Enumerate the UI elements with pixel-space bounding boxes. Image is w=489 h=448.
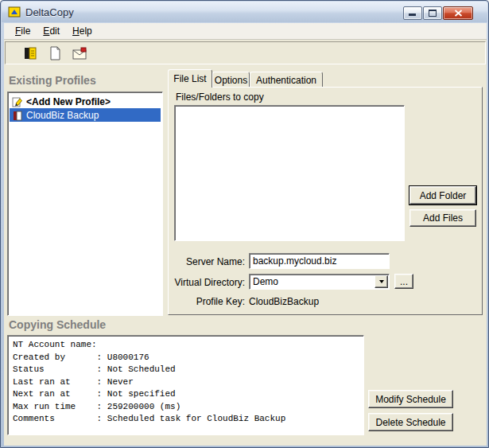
profile-key-value: CloudBizBackup: [249, 296, 319, 307]
email-icon: [72, 45, 87, 61]
profile-item-label: CloudBiz Backup: [26, 110, 99, 121]
delete-schedule-button[interactable]: Delete Schedule: [368, 413, 453, 431]
schedule-details-box: NT Account name: Created by : U8000176 S…: [7, 335, 364, 435]
window-title: DeltaCopy: [25, 6, 74, 18]
modify-schedule-button[interactable]: Modify Schedule: [368, 390, 453, 408]
new-page-toolbar-button[interactable]: [46, 45, 64, 62]
menu-bar: File Edit Help: [4, 23, 487, 40]
tab-options[interactable]: Options: [212, 72, 250, 88]
server-name-label: Server Name:: [173, 256, 245, 267]
app-window: DeltaCopy File Edit Help: [0, 0, 489, 448]
add-files-button[interactable]: Add Files: [409, 209, 476, 227]
edit-pencil-icon: [12, 96, 23, 107]
existing-profiles-header: Existing Profiles: [9, 74, 96, 87]
maximize-button[interactable]: [423, 6, 442, 20]
minimize-button[interactable]: [403, 6, 422, 20]
files-folders-label: Files/Folders to copy: [176, 92, 264, 103]
close-icon: [454, 10, 463, 17]
virtual-directory-value: Demo: [253, 276, 278, 287]
add-folder-button[interactable]: Add Folder: [409, 186, 476, 205]
new-page-icon: [47, 45, 63, 61]
profile-book-toolbar-button[interactable]: [21, 45, 39, 62]
virtual-directory-label: Virtual Directory:: [170, 277, 245, 288]
toolbar: [5, 41, 486, 64]
window-controls: [403, 6, 473, 20]
profiles-list[interactable]: <Add New Profile> CloudBiz Backup: [7, 92, 163, 316]
close-button[interactable]: [443, 6, 473, 20]
tab-authentication[interactable]: Authentication: [250, 72, 323, 88]
copying-schedule-header: Copying Schedule: [9, 318, 106, 331]
profile-key-label: Profile Key:: [173, 296, 245, 307]
schedule-details-text: NT Account name: Created by : U8000176 S…: [8, 336, 363, 429]
dropdown-arrow-icon: [379, 280, 384, 283]
minimize-icon: [409, 10, 417, 17]
menu-edit[interactable]: Edit: [37, 24, 66, 38]
app-icon: [8, 6, 21, 18]
profile-item-add-new[interactable]: <Add New Profile>: [10, 95, 161, 108]
profile-book-small-icon: [12, 110, 23, 121]
menu-file[interactable]: File: [9, 24, 37, 38]
profile-item-label: <Add New Profile>: [26, 96, 111, 107]
maximize-icon: [429, 10, 437, 17]
server-name-input[interactable]: [249, 253, 390, 269]
menu-help[interactable]: Help: [66, 24, 99, 38]
files-folders-listbox[interactable]: [174, 105, 405, 241]
tab-file-list[interactable]: File List: [168, 69, 212, 88]
email-toolbar-button[interactable]: [71, 45, 88, 62]
virtual-directory-combobox[interactable]: Demo: [249, 274, 390, 290]
profile-book-icon: [22, 45, 38, 61]
profile-item-cloudbiz-backup[interactable]: CloudBiz Backup: [10, 108, 161, 122]
dropdown-button[interactable]: [375, 275, 388, 288]
browse-button[interactable]: ...: [394, 274, 413, 289]
